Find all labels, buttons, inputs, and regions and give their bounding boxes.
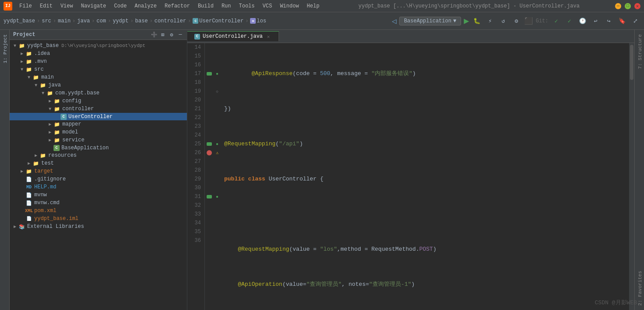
tree-mapper[interactable]: ▶ 📁 mapper — [10, 120, 187, 128]
run-config-selector[interactable]: BaseApplication ▼ — [399, 17, 461, 25]
left-vertical-tabs: 1: Project — [0, 30, 10, 310]
expand-button[interactable]: ⤢ — [630, 16, 640, 26]
tree-gitignore[interactable]: 📄 .gitignore — [10, 175, 187, 183]
breadcrumb-com[interactable]: com — [97, 18, 106, 24]
gutter-16 — [205, 61, 214, 69]
tree-controller[interactable]: ▼ 📁 controller — [10, 105, 187, 113]
tree-main[interactable]: ▼ 📁 main — [10, 73, 187, 81]
menu-view[interactable]: View — [57, 2, 77, 10]
menu-code[interactable]: Code — [111, 2, 130, 10]
menu-build[interactable]: Build — [194, 2, 217, 10]
editor-content[interactable]: 14 15 16 17 18 19 20 21 22 23 24 25 26 2… — [187, 43, 634, 310]
tree-mvn-label: .mvn — [34, 58, 47, 65]
scroll-icon[interactable]: ⊞ — [160, 32, 166, 38]
menu-edit[interactable]: Edit — [36, 2, 56, 10]
tree-pomxml[interactable]: XML pom.xml — [10, 207, 187, 215]
code-line-14: @ApiResponse(code = 500, message = "内部服务… — [224, 69, 629, 78]
tree-help[interactable]: MD HELP.md — [10, 183, 187, 191]
tab-class-icon: C — [194, 34, 200, 40]
editor-tabs: C UserController.java ✕ — [187, 30, 634, 43]
stop-button[interactable]: ⬛ — [524, 17, 533, 25]
fold-30 — [214, 184, 221, 192]
fold-33 — [214, 210, 221, 219]
mvn-folder-icon: 📁 — [25, 58, 32, 65]
gutter-36 — [205, 236, 214, 245]
tree-test[interactable]: ▶ 📁 test — [10, 159, 187, 167]
tree-service[interactable]: ▶ 📁 service — [10, 136, 187, 144]
settings-icon[interactable]: ⚙ — [168, 32, 175, 38]
breadcrumb-yydpt[interactable]: yydpt — [113, 18, 129, 24]
code-line-17: public class UserController { — [224, 175, 629, 184]
structure-tab[interactable]: 7: Structure — [635, 30, 644, 73]
tree-mvn[interactable]: ▶ 📁 .mvn — [10, 58, 187, 65]
code-area[interactable]: @ApiResponse(code = 500, message = "内部服务… — [221, 43, 629, 310]
menu-navigate[interactable]: Navigate — [77, 2, 110, 10]
undo-button[interactable]: ↩ — [590, 16, 601, 26]
tree-config[interactable]: ▶ 📁 config — [10, 97, 187, 105]
scrollbar-thumb[interactable] — [630, 45, 633, 80]
profile-button[interactable]: ↺ — [498, 16, 508, 26]
tree-usercontroller[interactable]: C UserController — [10, 113, 187, 120]
tree-model-label: model — [62, 129, 78, 135]
breadcrumb-project[interactable]: yydpt_base — [4, 18, 35, 24]
coverage-button[interactable]: ⚡ — [485, 16, 495, 26]
editor-scrollbar[interactable] — [629, 43, 634, 310]
tree-iml[interactable]: 📄 yydpt_base.iml — [10, 215, 187, 223]
tree-target[interactable]: ▶ 📁 target — [10, 167, 187, 175]
minimize-button[interactable]: — — [615, 3, 621, 9]
menu-analyze[interactable]: Analyze — [131, 2, 160, 10]
fold-19: ◇ — [214, 87, 221, 96]
menu-vcs[interactable]: VCS — [259, 2, 276, 10]
controller-arrow-icon: ▼ — [47, 107, 54, 112]
git-clock[interactable]: 🕐 — [577, 16, 588, 26]
bookmark-button[interactable]: 🔖 — [617, 16, 627, 26]
test-folder-icon: 📁 — [32, 160, 39, 167]
maximize-button[interactable]: □ — [625, 3, 631, 9]
menu-help[interactable]: Help — [303, 2, 323, 10]
breadcrumb-base[interactable]: base — [135, 18, 148, 24]
tree-mvnwcmd[interactable]: 📄 mvnw.cmd — [10, 199, 187, 207]
breadcrumb-los[interactable]: los — [257, 18, 266, 24]
tree-ext-libs[interactable]: ▶ 📚 External Libraries — [10, 223, 187, 231]
menu-run[interactable]: Run — [218, 2, 235, 10]
tree-idea[interactable]: ▶ 📁 .idea — [10, 50, 187, 58]
close-panel-icon[interactable]: — — [177, 32, 183, 38]
breadcrumb-java[interactable]: java — [77, 18, 90, 24]
tree-baseapp[interactable]: C BaseApplication — [10, 144, 187, 151]
tree-src[interactable]: ▼ 📁 src — [10, 65, 187, 73]
menu-refactor[interactable]: Refactor — [161, 2, 193, 10]
breadcrumb-src[interactable]: src — [42, 18, 51, 24]
editor-tab-usercontroller[interactable]: C UserController.java ✕ — [187, 31, 279, 41]
tree-resources[interactable]: ▶ 📁 resources — [10, 151, 187, 159]
breadcrumb-main[interactable]: main — [58, 18, 71, 24]
breadcrumb-usercontroller[interactable]: UserController — [199, 18, 243, 24]
breadcrumb-controller[interactable]: controller — [154, 18, 186, 24]
code-line-18 — [224, 210, 629, 219]
gutter-15 — [205, 52, 214, 61]
menu-window[interactable]: Window — [276, 2, 302, 10]
project-tab[interactable]: 1: Project — [0, 30, 9, 68]
git-checkmark2[interactable]: ✓ — [564, 16, 575, 26]
gutter-34 — [205, 219, 214, 227]
menu-file[interactable]: File — [16, 2, 36, 10]
tree-package[interactable]: ▼ 📁 com.yydpt.base — [10, 89, 187, 97]
run-button[interactable]: ▶ — [464, 15, 469, 26]
git-checkmark1[interactable]: ✓ — [551, 16, 562, 26]
tree-root[interactable]: ▼ 📁 yydpt_base D:\H\yueying\springboot\y… — [10, 42, 187, 50]
close-button[interactable]: ✕ — [634, 3, 640, 9]
tree-model[interactable]: ▶ 📁 model — [10, 128, 187, 136]
breakpoint-26-icon[interactable] — [207, 150, 212, 155]
gutter-28 — [205, 166, 214, 175]
back-button[interactable]: ◁ — [392, 16, 397, 26]
gutter-32 — [205, 201, 214, 210]
add-icon[interactable]: ➕ — [151, 32, 157, 38]
debug-button[interactable]: 🐛 — [472, 16, 482, 26]
tab-close-icon[interactable]: ✕ — [265, 33, 272, 40]
tree-java[interactable]: ▼ 📁 java — [10, 81, 187, 89]
settings-button[interactable]: ⚙ — [511, 16, 522, 26]
fold-25: ● — [214, 140, 221, 148]
tree-mvnw[interactable]: 📄 mvnw — [10, 191, 187, 199]
redo-button[interactable]: ↪ — [604, 16, 614, 26]
gutter-27 — [205, 157, 214, 166]
menu-tools[interactable]: Tools — [236, 2, 258, 10]
